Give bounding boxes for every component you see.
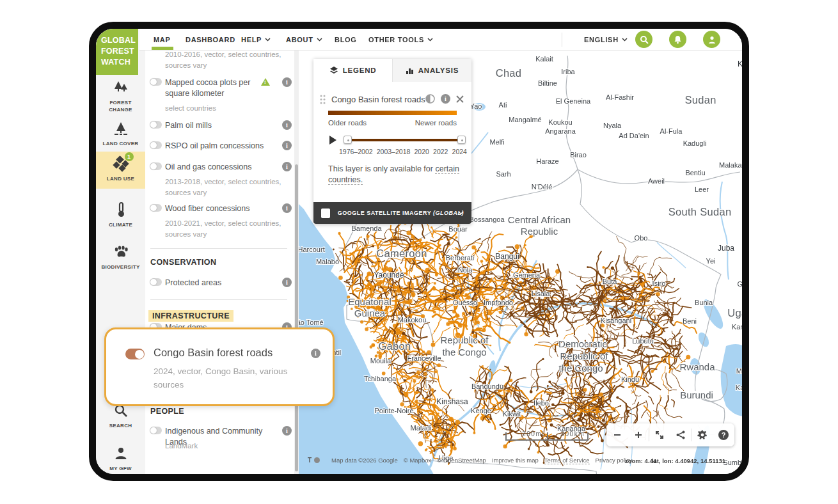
svg-text:?: ?	[722, 431, 726, 439]
nav-item-dashboard[interactable]: DASHBOARD	[186, 29, 235, 51]
slider-handle-end[interactable]	[457, 136, 466, 144]
timeline-tick: 2024	[452, 148, 467, 155]
map-label-angarana: Angarana	[545, 127, 576, 135]
map-label-kadugli: Kadugli	[683, 139, 707, 147]
dataset-label[interactable]: Protected areas	[165, 278, 278, 288]
basemap-checkbox[interactable]	[321, 209, 330, 218]
sidebar-item-my-gfw[interactable]: MY GFW	[96, 441, 145, 474]
dataset-label[interactable]: Wood fiber concessions	[165, 203, 278, 214]
slider-handle-start[interactable]	[344, 136, 352, 144]
attribution-link[interactable]: © OpenStreetMap	[437, 457, 486, 464]
info-icon[interactable]: i	[282, 77, 292, 87]
info-icon[interactable]: i	[282, 203, 292, 213]
card-title: Congo Basin forest roads	[154, 347, 273, 359]
map-label-juba: Juba	[718, 244, 734, 253]
dataset-label[interactable]: Oil and gas concessions	[165, 162, 278, 173]
plus-button[interactable]	[628, 423, 649, 446]
minus-button[interactable]	[606, 423, 628, 446]
toggle-wood-fiber-concessions[interactable]	[150, 204, 162, 212]
bell-button[interactable]	[669, 31, 686, 48]
dataset-label[interactable]: Mapped cocoa plots per square kilometer	[165, 77, 252, 99]
toggle-palm-oil-mills[interactable]	[150, 121, 162, 129]
certain-countries-link[interactable]: countries.	[328, 175, 363, 185]
map-label-ati: Ati	[499, 101, 507, 109]
dataset-label[interactable]: RSPO oil palm concessions	[165, 141, 278, 152]
sidebar-item-forest-change[interactable]: FOREST CHANGE	[96, 75, 145, 116]
dataset-meta: select countries	[165, 103, 216, 114]
map-label-khartoum: Khartoum	[738, 59, 742, 68]
toggle-mapped-cocoa-plots-per-square-kilometer[interactable]	[150, 78, 162, 86]
my-gfw-icon	[111, 445, 130, 462]
expand-button[interactable]	[649, 423, 670, 446]
help-button[interactable]: ?	[713, 423, 734, 446]
map-label-kalait: Kalait	[535, 55, 553, 63]
settings-button[interactable]	[692, 423, 713, 446]
layer-toggle-on[interactable]	[125, 349, 145, 359]
map-label-sumbawanga: Sumbawanga	[723, 459, 742, 466]
map-label-obo: Obo	[635, 234, 648, 242]
panel-scrollbar[interactable]	[294, 51, 299, 474]
attribution-logo: T	[308, 457, 326, 464]
info-icon[interactable]: i	[282, 426, 292, 436]
drag-handle-icon[interactable]	[320, 95, 326, 104]
gfw-logo[interactable]: GLOBAL FOREST WATCH	[96, 29, 138, 75]
tab-analysis[interactable]: ANALYSIS	[392, 59, 471, 82]
nav-item-help[interactable]: HELP	[241, 29, 271, 51]
certain-countries-link[interactable]: certain	[435, 164, 459, 174]
tab-legend[interactable]: LEGEND	[313, 59, 392, 82]
map-label-masaka: Masaka	[736, 367, 742, 375]
map-label-cameroon: Cameroon	[376, 248, 427, 260]
timeline-slider[interactable]	[345, 139, 464, 141]
info-icon[interactable]: i	[441, 94, 450, 104]
search-button[interactable]	[635, 31, 652, 48]
attribution-link[interactable]: Improve this map	[492, 457, 539, 464]
chevron-down-icon[interactable]	[458, 211, 464, 215]
map-label-bandundu: Bandundu	[471, 382, 503, 390]
chevron-down-icon	[427, 38, 433, 42]
close-icon[interactable]	[456, 95, 464, 103]
share-button[interactable]	[670, 423, 692, 446]
map-label-malakal: Malakal	[719, 161, 742, 169]
info-icon[interactable]: i	[282, 120, 292, 130]
map-label-burundi: Burundi	[680, 390, 713, 400]
map-label-isiro: Isiro	[652, 280, 666, 287]
attribution-link[interactable]: Terms of Service	[544, 457, 590, 464]
map-label-birao: Birao	[570, 151, 587, 159]
nav-item-other-tools[interactable]: OTHER TOOLS	[368, 29, 433, 51]
map-label-the-congo: the Congo	[558, 363, 603, 374]
play-button[interactable]	[329, 136, 336, 145]
dataset-label[interactable]: Palm oil mills	[165, 120, 278, 131]
attribution-link[interactable]: © Mapbox	[404, 457, 431, 464]
toggle-oil-and-gas-concessions[interactable]	[150, 162, 162, 170]
opacity-icon[interactable]	[425, 94, 435, 104]
nav-item-blog[interactable]: BLOG	[335, 29, 357, 51]
basemap-bar[interactable]: GOOGLE SATELLITE IMAGERY (GLOBAL)	[313, 202, 471, 224]
congo-basin-roads-card[interactable]: Congo Basin forest roads 2024, vector, C…	[104, 327, 335, 406]
map-label-bossangoa: Bossangoa	[469, 216, 504, 223]
info-icon[interactable]: i	[311, 349, 320, 358]
datasets-panel: 2010-2016, vector, select countries,sour…	[145, 51, 299, 474]
map-label-melfi: Melfi	[489, 138, 504, 146]
info-icon[interactable]: i	[282, 141, 292, 150]
sidebar-item-land-cover[interactable]: LAND COVER	[96, 116, 145, 152]
sidebar-item-land-use[interactable]: 1LAND USE	[96, 152, 145, 189]
map-label-malabo: Malabo	[316, 258, 339, 265]
info-icon[interactable]: i	[282, 162, 292, 171]
sidebar-item-climate[interactable]: CLIMATE	[96, 198, 145, 233]
map-label-kabale: Kabale	[736, 384, 742, 391]
sidebar-item-biodiversity[interactable]: BIODIVERSITY	[96, 240, 145, 275]
toggle-indigenous-and-community-lands[interactable]	[150, 427, 162, 434]
toggle-rspo-oil-palm-concessions[interactable]	[150, 141, 162, 149]
language-selector[interactable]: ENGLISH	[584, 29, 628, 51]
nav-item-about[interactable]: ABOUT	[286, 29, 322, 51]
map-label-guinea: Guinea	[354, 308, 385, 319]
attribution-link[interactable]: Map data ©2026 Google	[331, 457, 398, 464]
warning-icon[interactable]	[261, 78, 270, 86]
info-icon[interactable]: i	[282, 278, 292, 287]
dataset-meta: 2010-2021, vector, select countries,sour…	[165, 218, 281, 240]
map-label-nyala: Nyala	[603, 122, 621, 129]
logo-line: FOREST	[101, 46, 138, 57]
toggle-protected-areas[interactable]	[150, 278, 162, 286]
user-button[interactable]	[703, 31, 720, 48]
category-sidebar: FOREST CHANGELAND COVER1LAND USECLIMATEB…	[96, 29, 145, 474]
